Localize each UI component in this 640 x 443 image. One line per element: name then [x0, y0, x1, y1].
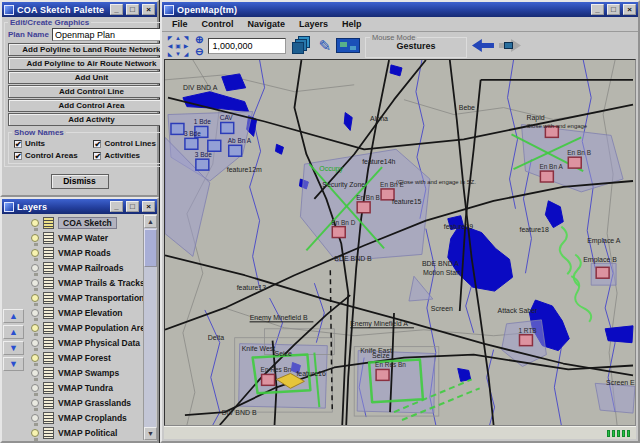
map-friendly-unit[interactable] [185, 138, 198, 149]
show-names-checkbox[interactable]: ✔Control Lines [93, 139, 168, 148]
menu-navigate[interactable]: Navigate [242, 19, 292, 29]
layer-name[interactable]: VMAP Croplands [58, 413, 127, 423]
layer-visibility-bulb-icon[interactable] [31, 309, 39, 317]
layer-row[interactable]: VMAP Water [27, 230, 142, 245]
layer-palette-icon[interactable] [43, 322, 54, 334]
layer-row[interactable]: VMAP Croplands [27, 410, 142, 425]
layer-visibility-bulb-icon[interactable] [31, 294, 39, 302]
layer-palette-icon[interactable] [43, 352, 54, 364]
minimize-button[interactable]: _ [591, 4, 604, 15]
mouse-mode-value[interactable]: Gestures [366, 41, 466, 51]
layer-name[interactable]: VMAP Railroads [58, 263, 124, 273]
show-names-checkbox[interactable]: ✔Control Areas [14, 151, 89, 160]
layer-visibility-bulb-icon[interactable] [31, 234, 39, 242]
close-button[interactable]: × [623, 4, 636, 15]
map-svg[interactable]: Enemy Minefield BEnemy Minefield Afeatur… [165, 60, 635, 425]
checkbox-icon[interactable]: ✔ [14, 140, 22, 148]
add-graphic-button[interactable]: Add Control Area [8, 99, 175, 112]
add-graphic-button[interactable]: Add Control Line [8, 85, 175, 98]
scale-input[interactable] [208, 38, 286, 54]
maximize-button[interactable]: □ [607, 4, 620, 15]
map-activity-squiggle[interactable] [560, 227, 571, 275]
layer-visibility-bulb-icon[interactable] [31, 249, 39, 257]
map-enemy-unit[interactable] [568, 157, 581, 168]
close-button[interactable]: × [142, 201, 155, 212]
map-enemy-unit[interactable] [357, 202, 370, 213]
map-enemy-unit[interactable] [596, 267, 609, 278]
layer-row[interactable]: VMAP Forest [27, 350, 142, 365]
layer-row[interactable]: COA Sketch [27, 215, 142, 230]
add-graphic-button[interactable]: Add Polyline to Air Route Network [8, 57, 175, 70]
map-friendly-unit[interactable] [221, 122, 234, 133]
layer-palette-icon[interactable] [43, 382, 54, 394]
layer-row[interactable]: VMAP Grasslands [27, 395, 142, 410]
layer-row[interactable]: VMAP Physical Data [27, 335, 142, 350]
layer-move-bottom-button[interactable]: ▼ [3, 357, 24, 371]
map-activity-squiggle[interactable] [571, 276, 591, 322]
layer-name[interactable]: VMAP Political [58, 428, 117, 438]
layer-visibility-bulb-icon[interactable] [31, 384, 39, 392]
map-friendly-unit[interactable] [229, 145, 242, 156]
layer-palette-icon[interactable] [43, 367, 54, 379]
maximize-button[interactable]: □ [126, 4, 139, 15]
layer-name[interactable]: COA Sketch [58, 217, 117, 229]
dismiss-button[interactable]: Dismiss [51, 174, 109, 189]
layer-row[interactable]: VMAP Swamps [27, 365, 142, 380]
layer-name[interactable]: VMAP Transportation [58, 293, 144, 303]
layer-palette-icon[interactable] [43, 412, 54, 424]
layer-palette-icon[interactable] [43, 307, 54, 319]
add-graphic-button[interactable]: Add Activity [8, 113, 175, 126]
maximize-button[interactable]: □ [126, 201, 139, 212]
layer-visibility-bulb-icon[interactable] [31, 264, 39, 272]
map-friendly-unit[interactable] [208, 140, 221, 151]
layers-panel-icon[interactable] [291, 35, 313, 57]
layer-visibility-bulb-icon[interactable] [31, 369, 39, 377]
map-enemy-unit[interactable] [262, 374, 275, 385]
zoom-in-icon[interactable]: ⊕ [195, 34, 203, 45]
layer-row[interactable]: VMAP Population Areas [27, 320, 142, 335]
layer-row[interactable]: VMAP Elevation [27, 305, 142, 320]
view-forward-icon[interactable] [499, 39, 521, 52]
scroll-up-icon[interactable]: ▲ [144, 215, 157, 228]
layer-visibility-bulb-icon[interactable] [31, 324, 39, 332]
map-enemy-unit[interactable] [332, 227, 345, 238]
layer-name[interactable]: VMAP Roads [58, 248, 111, 258]
layer-palette-icon[interactable] [43, 262, 54, 274]
layer-row[interactable]: VMAP Trails & Tracks [27, 275, 142, 290]
layer-name[interactable]: VMAP Tundra [58, 383, 113, 393]
plan-name-input[interactable] [52, 28, 175, 41]
map-enemy-unit[interactable] [376, 369, 389, 380]
minimize-button[interactable]: _ [110, 4, 123, 15]
menu-file[interactable]: File [166, 19, 194, 29]
layer-name[interactable]: VMAP Physical Data [58, 338, 140, 348]
layer-palette-icon[interactable] [43, 232, 54, 244]
add-graphic-button[interactable]: Add Unit [8, 71, 175, 84]
layer-visibility-bulb-icon[interactable] [31, 279, 39, 287]
map-control-area[interactable] [409, 276, 433, 301]
show-names-checkbox[interactable]: ✔Units [14, 139, 89, 148]
pan-rosette-icon[interactable]: ◤▲◥ ◀▣▶ ◣▼◢ [166, 34, 190, 58]
view-back-icon[interactable] [472, 39, 494, 52]
menu-layers[interactable]: Layers [293, 19, 334, 29]
minimize-button[interactable]: _ [110, 201, 123, 212]
show-names-checkbox[interactable]: ✔Activities [93, 151, 168, 160]
layer-name[interactable]: VMAP Trails & Tracks [58, 278, 145, 288]
layer-row[interactable]: VMAP Tundra [27, 380, 142, 395]
layer-move-top-button[interactable]: ▲ [3, 309, 24, 323]
layer-visibility-bulb-icon[interactable] [31, 399, 39, 407]
map-control-area[interactable] [595, 383, 635, 413]
overview-map-icon[interactable] [336, 38, 360, 53]
layer-palette-icon[interactable] [43, 427, 54, 439]
checkbox-icon[interactable]: ✔ [93, 152, 101, 160]
checkbox-icon[interactable]: ✔ [93, 140, 101, 148]
layer-row[interactable]: VMAP Transportation [27, 290, 142, 305]
layer-name[interactable]: VMAP Elevation [58, 308, 123, 318]
layer-visibility-bulb-icon[interactable] [31, 354, 39, 362]
map-enemy-unit[interactable] [540, 171, 553, 182]
layer-row[interactable]: VMAP Roads [27, 245, 142, 260]
layer-move-up-button[interactable]: ▲ [3, 325, 24, 339]
layer-visibility-bulb-icon[interactable] [31, 339, 39, 347]
palette-title-bar[interactable]: COA Sketch Palette _ □ × [2, 2, 157, 17]
zoom-out-icon[interactable]: ⊖ [195, 46, 203, 57]
layer-palette-icon[interactable] [43, 292, 54, 304]
